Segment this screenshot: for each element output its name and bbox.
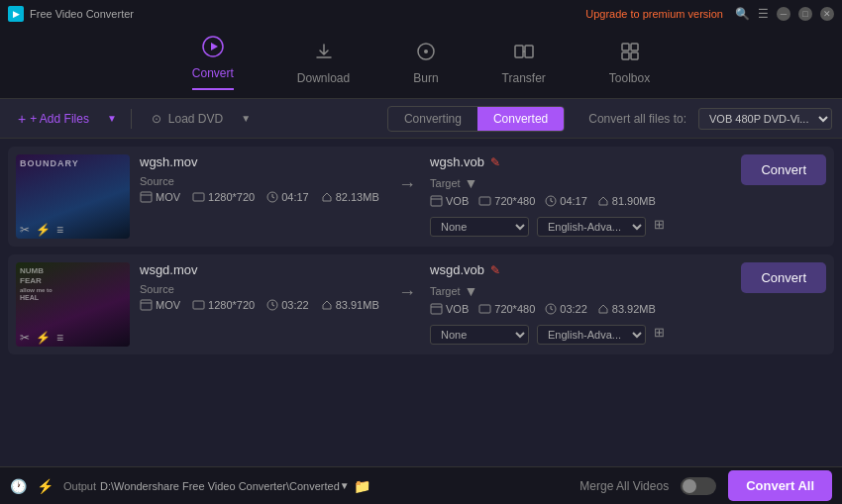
target-res-2: 720*480 <box>478 303 535 315</box>
target-dropdown-arrow-2[interactable]: ▼ <box>465 283 478 299</box>
tab-converted[interactable]: Converted <box>477 107 564 131</box>
svg-line-15 <box>272 197 274 198</box>
nav-transfer[interactable]: Transfer <box>490 35 558 91</box>
edit-icon-1[interactable]: ✎ <box>490 155 500 169</box>
convert-all-button[interactable]: Convert All <box>728 470 832 501</box>
svg-rect-9 <box>631 52 638 59</box>
svg-line-33 <box>551 309 553 310</box>
svg-rect-5 <box>525 46 533 57</box>
titlebar: ▶ Free Video Converter Upgrade to premiu… <box>0 0 842 28</box>
flash-icon[interactable]: ⚡ <box>37 478 53 494</box>
source-size-2: 83.91MB <box>321 299 379 311</box>
svg-rect-30 <box>479 305 490 313</box>
target-label-2: Target ▼ <box>430 283 723 299</box>
language-select-1[interactable]: English-Adva... <box>537 217 646 237</box>
dropdowns-row-1: None English-Adva... ⊞ <box>430 211 723 237</box>
file-item-2: NUMB FEAR allow me to HEAL ✂ ⚡ ≡ wsgd.mo… <box>8 254 834 354</box>
nav-toolbox[interactable]: Toolbox <box>597 35 662 91</box>
add-files-dropdown-button[interactable]: ▼ <box>105 111 119 126</box>
clock-icon[interactable]: 🕐 <box>10 478 27 494</box>
convert-button-1[interactable]: Convert <box>741 154 826 185</box>
scissors-icon[interactable]: ✂ <box>20 223 30 237</box>
maximize-button[interactable]: □ <box>798 7 812 21</box>
toolbox-nav-icon <box>619 41 641 67</box>
nav-convert[interactable]: Convert <box>180 30 246 96</box>
target-filename-1: wgsh.vob <box>430 154 484 169</box>
bottom-right: Merge All Videos Convert All <box>579 470 832 501</box>
nav-download[interactable]: Download <box>285 35 362 91</box>
thumb-controls-1: ✂ ⚡ ≡ <box>20 223 63 237</box>
quality-select-2[interactable]: None <box>430 325 529 345</box>
convert-all-select[interactable]: VOB 480P DVD-Vi... <box>698 108 832 130</box>
nav-convert-label: Convert <box>192 66 234 80</box>
load-dvd-button[interactable]: ⊙ Load DVD <box>144 108 231 130</box>
upgrade-link[interactable]: Upgrade to premium version <box>585 8 723 20</box>
load-dvd-dropdown-button[interactable]: ▼ <box>239 111 253 126</box>
language-select-2[interactable]: English-Adva... <box>537 325 646 345</box>
target-meta-1: VOB 720*480 04:17 81.90MB <box>430 195 723 207</box>
list-icon[interactable]: ≡ <box>56 223 63 237</box>
svg-rect-24 <box>193 301 204 309</box>
svg-line-21 <box>551 201 553 202</box>
dropdowns-row-2: None English-Adva... ⊞ <box>430 319 723 345</box>
settings-icon[interactable]: ⚡ <box>36 223 51 237</box>
tab-converting[interactable]: Converting <box>388 107 477 131</box>
file-info-1: wgsh.mov Source MOV 1280*720 04:17 82.13 <box>140 154 384 203</box>
source-meta-2: MOV 1280*720 03:22 83.91MB <box>140 299 384 311</box>
convert-all-label: Convert all files to: <box>588 112 686 126</box>
target-dur-1: 04:17 <box>545 195 587 207</box>
arrow-icon-1: → <box>398 174 416 195</box>
transfer-nav-icon <box>513 41 535 67</box>
toolbar-divider-1 <box>131 109 132 129</box>
svg-rect-7 <box>631 44 638 50</box>
dvd-icon: ⊙ <box>152 112 161 126</box>
add-files-button[interactable]: + + Add Files <box>10 107 97 131</box>
download-nav-icon <box>313 41 335 67</box>
target-dropdown-arrow-1[interactable]: ▼ <box>465 175 478 191</box>
arrow-icon-2: → <box>398 282 416 303</box>
close-button[interactable]: ✕ <box>820 7 834 21</box>
nav-convert-underline <box>192 88 234 90</box>
file-info-2: wsgd.mov Source MOV 1280*720 03:22 83.91 <box>140 262 384 311</box>
settings-icon-2[interactable]: ⚡ <box>36 331 51 345</box>
source-filename-2: wsgd.mov <box>140 262 384 277</box>
folder-icon[interactable]: 📁 <box>354 478 370 494</box>
target-size-2: 83.92MB <box>597 303 656 315</box>
edit-icon-2[interactable]: ✎ <box>490 263 500 277</box>
convert-btn-col-2: Convert <box>733 262 826 293</box>
quality-select-1[interactable]: None <box>430 217 529 237</box>
subtitle-icon-2[interactable]: ⊞ <box>654 325 665 340</box>
subtitle-icon-1[interactable]: ⊞ <box>654 217 665 232</box>
scissors-icon-2[interactable]: ✂ <box>20 331 30 345</box>
nav-toolbox-label: Toolbox <box>609 71 650 85</box>
nav-burn[interactable]: Burn <box>401 35 450 91</box>
file-item-1: BOUNDARY ✂ ⚡ ≡ wgsh.mov Source MOV 1280*… <box>8 147 834 247</box>
search-icon[interactable]: 🔍 <box>735 7 750 21</box>
menu-icon[interactable]: ☰ <box>758 7 769 21</box>
add-files-label: + Add Files <box>30 112 89 126</box>
target-name-row-2: wsgd.vob ✎ <box>430 262 723 277</box>
thumb-controls-2: ✂ ⚡ ≡ <box>20 331 63 345</box>
minimize-button[interactable]: ─ <box>777 7 790 21</box>
svg-rect-18 <box>479 197 490 205</box>
source-res-1: 1280*720 <box>192 191 255 203</box>
burn-nav-icon <box>415 41 437 67</box>
app-logo: ▶ <box>8 6 24 22</box>
convert-button-2[interactable]: Convert <box>741 262 826 293</box>
target-size-1: 81.90MB <box>597 195 656 207</box>
svg-rect-28 <box>431 304 442 314</box>
merge-toggle[interactable] <box>681 477 716 495</box>
bottombar: 🕐 ⚡ Output D:\Wondershare Free Video Con… <box>0 466 842 504</box>
source-dur-2: 03:22 <box>266 299 309 311</box>
target-label-1: Target ▼ <box>430 175 723 191</box>
list-icon-2[interactable]: ≡ <box>56 331 63 345</box>
svg-point-3 <box>424 50 428 53</box>
output-path-dropdown[interactable]: ▼ <box>340 480 350 491</box>
convert-btn-col-1: Convert <box>733 154 826 185</box>
svg-rect-16 <box>431 196 442 206</box>
output-label: Output <box>63 480 96 492</box>
nav-transfer-label: Transfer <box>502 71 546 85</box>
load-dvd-label: Load DVD <box>168 112 223 126</box>
svg-rect-4 <box>515 46 523 57</box>
svg-rect-12 <box>193 193 204 201</box>
